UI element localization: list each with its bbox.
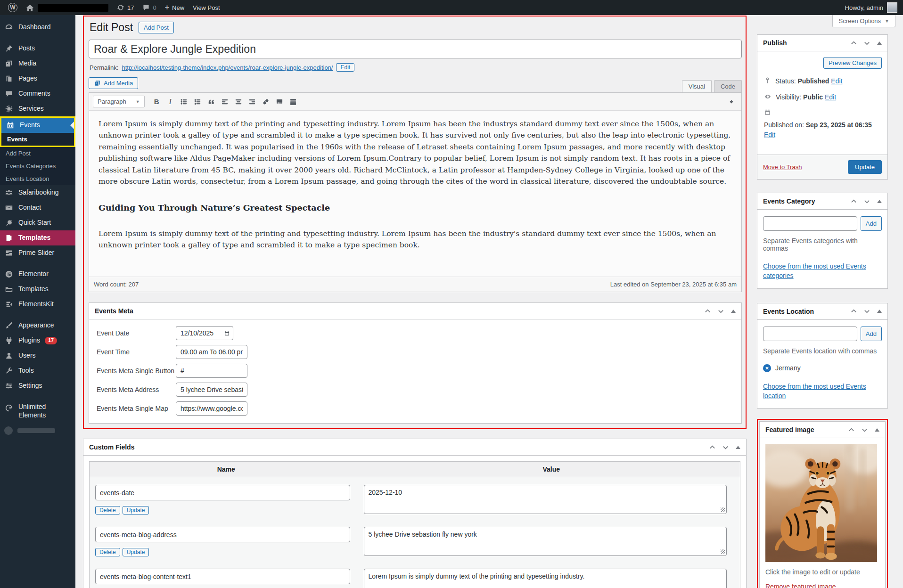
toggle-panel-icon[interactable]: [877, 310, 882, 313]
move-up-icon[interactable]: [705, 308, 711, 314]
edit-status-link[interactable]: Edit: [831, 77, 842, 85]
move-down-icon[interactable]: [864, 198, 870, 204]
move-up-icon[interactable]: [851, 40, 857, 46]
sidebar-item-posts[interactable]: Posts: [0, 41, 75, 56]
sidebar-item-comments[interactable]: Comments: [0, 86, 75, 101]
toggle-panel-icon[interactable]: [875, 428, 879, 432]
sidebar-item-services[interactable]: Services: [0, 101, 75, 116]
edit-published-link[interactable]: Edit: [764, 131, 775, 139]
move-down-icon[interactable]: [864, 308, 870, 314]
site-menu[interactable]: [22, 0, 113, 15]
sidebar-item-media[interactable]: Media: [0, 56, 75, 71]
comments-indicator[interactable]: 0: [138, 0, 160, 15]
move-up-icon[interactable]: [709, 444, 715, 450]
publish-header[interactable]: Publish: [757, 35, 887, 51]
sidebar-subitem-add-post[interactable]: Add Post: [0, 147, 75, 160]
events-meta-header[interactable]: Events Meta: [89, 303, 741, 319]
blockquote-button[interactable]: [205, 96, 218, 107]
sidebar-item-safaribooking[interactable]: Safaribooking: [0, 185, 75, 200]
italic-button[interactable]: I: [164, 96, 177, 107]
avatar[interactable]: [887, 2, 897, 13]
howdy-text[interactable]: Howdy, admin: [845, 4, 883, 11]
numbered-list-button[interactable]: [191, 96, 204, 107]
featured-image[interactable]: [765, 444, 877, 562]
choose-categories-link[interactable]: Choose from the most used Events categor…: [763, 261, 882, 281]
post-title-input[interactable]: [89, 40, 742, 58]
toggle-panel-icon[interactable]: [877, 41, 882, 45]
updates-indicator[interactable]: 17: [113, 0, 138, 15]
sidebar-item-unlimited-elements[interactable]: Unlimited Elements: [0, 400, 75, 423]
bold-button[interactable]: B: [150, 96, 163, 107]
tab-visual[interactable]: Visual: [682, 80, 712, 92]
fullscreen-button[interactable]: [725, 96, 738, 107]
permalink-edit-button[interactable]: Edit: [336, 63, 354, 72]
events-location-header[interactable]: Events Location: [757, 303, 887, 320]
single-button-input[interactable]: [176, 364, 247, 378]
location-input[interactable]: [763, 327, 857, 341]
meta-address-input[interactable]: [176, 383, 247, 397]
remove-featured-image-link[interactable]: Remove featured image: [765, 583, 836, 588]
align-left-button[interactable]: [219, 96, 231, 107]
sidebar-item-tools[interactable]: Tools: [0, 363, 75, 378]
update-post-button[interactable]: Update: [848, 160, 882, 174]
preview-changes-button[interactable]: Preview Changes: [823, 57, 882, 69]
sidebar-item-settings[interactable]: Settings: [0, 378, 75, 393]
sidebar-subitem-events[interactable]: Events: [1, 133, 74, 146]
move-up-icon[interactable]: [848, 427, 854, 433]
paragraph-format-select[interactable]: Paragraph ▼: [93, 96, 145, 107]
bullet-list-button[interactable]: [178, 96, 190, 107]
custom-fields-header[interactable]: Custom Fields: [83, 439, 746, 456]
permalink-url[interactable]: http://localhost/testing-theme/index.php…: [122, 64, 333, 71]
view-post-link[interactable]: View Post: [189, 0, 224, 15]
add-media-button[interactable]: Add Media: [89, 77, 138, 89]
move-to-trash-link[interactable]: Move to Trash: [763, 163, 802, 171]
add-category-button[interactable]: Add: [861, 216, 882, 231]
choose-location-link[interactable]: Choose from the most used Events locatio…: [763, 382, 882, 401]
edit-visibility-link[interactable]: Edit: [825, 93, 836, 101]
events-category-header[interactable]: Events Category: [757, 193, 887, 210]
sidebar-item-quick-start[interactable]: Quick Start: [0, 215, 75, 230]
move-up-icon[interactable]: [851, 198, 857, 204]
category-input[interactable]: [763, 216, 857, 231]
custom-field-value-textarea[interactable]: 5 lychee Drive sebastion fly new york: [364, 527, 727, 556]
custom-field-value-textarea[interactable]: Lorem Ipsum is simply dummy text of the …: [364, 569, 727, 588]
custom-field-name-input[interactable]: [95, 485, 350, 500]
sidebar-item-contact[interactable]: Contact: [0, 200, 75, 215]
featured-image-header[interactable]: Featured image: [760, 422, 885, 438]
sidebar-item-elementor[interactable]: Elementor: [0, 267, 75, 282]
update-button[interactable]: Update: [123, 548, 149, 556]
toggle-panel-icon[interactable]: [736, 446, 740, 449]
custom-field-name-input[interactable]: [95, 569, 350, 584]
move-down-icon[interactable]: [862, 427, 868, 433]
custom-field-name-input[interactable]: [95, 527, 350, 542]
toolbar-toggle-button[interactable]: [287, 96, 300, 107]
remove-tag-icon[interactable]: ✕: [763, 364, 771, 372]
single-map-input[interactable]: [176, 401, 247, 416]
sidebar-item-appearance[interactable]: Appearance: [0, 318, 75, 333]
sidebar-item-pages[interactable]: Pages: [0, 71, 75, 86]
sidebar-item-dashboard[interactable]: Dashboard: [0, 20, 75, 35]
screen-options-tab[interactable]: Screen Options ▼: [832, 15, 895, 27]
align-right-button[interactable]: [246, 96, 259, 107]
sidebar-item-elementskit[interactable]: ElementsKit: [0, 297, 75, 312]
read-more-tag-button[interactable]: [273, 96, 286, 107]
delete-button[interactable]: Delete: [95, 506, 120, 514]
link-button[interactable]: [260, 96, 272, 107]
calendar-picker-icon[interactable]: [224, 330, 230, 336]
sidebar-item-templates[interactable]: Templates: [0, 230, 75, 245]
sidebar-item-events[interactable]: Events: [1, 118, 74, 133]
add-post-button[interactable]: Add Post: [139, 22, 174, 33]
sidebar-item-users[interactable]: Users: [0, 348, 75, 363]
sidebar-item-plugins[interactable]: Plugins 17: [0, 333, 75, 348]
tab-code[interactable]: Code: [714, 80, 742, 92]
sidebar-item-prime-slider[interactable]: Prime Slider: [0, 245, 75, 261]
toggle-panel-icon[interactable]: [877, 200, 882, 203]
sidebar-subitem-events-categories[interactable]: Events Categories: [0, 160, 75, 172]
add-location-button[interactable]: Add: [861, 327, 882, 341]
wordpress-menu[interactable]: W: [4, 0, 22, 15]
toggle-panel-icon[interactable]: [731, 310, 736, 313]
align-center-button[interactable]: [232, 96, 245, 107]
new-menu[interactable]: + New: [161, 0, 189, 15]
update-button[interactable]: Update: [123, 506, 149, 514]
sidebar-item-templates-library[interactable]: Templates: [0, 282, 75, 297]
